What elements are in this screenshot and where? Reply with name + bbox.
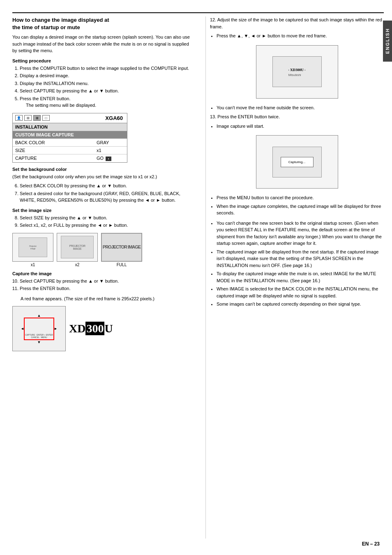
size-value: x1 (94, 147, 127, 154)
info-bullet-2: The captured image will be displayed fro… (217, 249, 384, 269)
bullet-no-move: You can't move the red frame outside the… (217, 104, 384, 111)
size-full-image: PROJECTOR IMAGE (101, 233, 142, 262)
capture-value: GO ▪ (94, 154, 127, 162)
left-column: How to change the image displayed at the… (12, 16, 201, 539)
english-tab: ENGLISH (383, 21, 392, 62)
down-arrow: ▼ (37, 340, 41, 344)
icon-3: ⊞ (33, 115, 41, 121)
size-x2-image: PROJECTORIMAGE (57, 233, 98, 262)
go-icon: ▪ (106, 157, 111, 161)
menu-row-custom-image: CUSTOM IMAGE CAPTURE (13, 131, 127, 139)
right-arrow: ► (54, 327, 58, 331)
back-color-label: BACK COLOR (13, 139, 94, 146)
page-number: EN – 23 (362, 541, 380, 547)
step12-bullet2: You can't move the red frame outside the… (210, 104, 384, 111)
info-bullet-3: To display the captured image while the … (217, 270, 384, 284)
icon-1: 👤 (15, 115, 23, 121)
step-10: Select CAPTURE by pressing the ▲ or ▼ bu… (20, 278, 193, 285)
proj-inner-top: · XD300U · Mitsubishi (272, 56, 322, 87)
step-8: Select SIZE by pressing the ▲ or ▼ butto… (20, 214, 193, 221)
menu-header: 👤 ⊟ ⊞ □ XGA60 (13, 113, 127, 123)
red-frame-inner: CAPTURE : ENTER + ENTERCANCEL : MENU (24, 318, 54, 340)
red-frame-description: A red frame appears. (The size of the re… (12, 295, 193, 302)
xd300u-subtext: Mitsubishi (288, 74, 301, 76)
bullet-move-frame: Press the ▲, ▼, ◄ or ► button to move th… (217, 32, 384, 39)
size-x2-container: PROJECTORIMAGE x2 (57, 233, 98, 267)
step-13-text: 13. Press the ENTER button twice. (210, 113, 384, 120)
step-9: Select x1, x2, or FULL by pressing the ◄… (20, 222, 193, 229)
right-column: 12. Adjust the size of the image to be c… (205, 16, 384, 539)
end-bullets: Press the MENU button to cancel the proc… (210, 194, 384, 216)
step13-bullets: Image capture will start. (210, 123, 384, 130)
full-label: FULL (117, 263, 127, 267)
step-7: Select a desired color for the backgroun… (20, 190, 193, 204)
setting-procedure-steps: Press the COMPUTER button to select the … (12, 65, 193, 109)
image-size-steps: Select SIZE by pressing the ▲ or ▼ butto… (12, 214, 193, 229)
step12-bullets: Press the ▲, ▼, ◄ or ► button to move th… (210, 32, 384, 39)
size-full-container: PROJECTOR IMAGE FULL (101, 233, 142, 267)
size-images: Projectorimage x1 PROJECTORIMAGE x2 (12, 233, 193, 267)
capture-label: CAPTURE (13, 154, 94, 162)
step-4: Select CAPTURE by pressing the ▲ or ▼ bu… (20, 88, 193, 94)
background-color-steps: Select BACK COLOR by pressing the ▲ or ▼… (12, 182, 193, 204)
intro-paragraph: You can display a desired image on the s… (12, 34, 193, 54)
custom-image-label: CUSTOM IMAGE CAPTURE (13, 131, 127, 138)
menu-row-back-color: BACK COLOR GRAY (13, 139, 127, 147)
step-11: Press the ENTER button. (20, 285, 193, 292)
bullet-complete: When the image capture completes, the ca… (217, 203, 384, 216)
menu-row-size: SIZE x1 (13, 147, 127, 154)
step-3: Display the INSTALLATION menu. (20, 80, 193, 87)
full-screen-content: PROJECTOR IMAGE (103, 244, 141, 250)
capturing-text: Capturing... (288, 160, 305, 164)
menu-box: 👤 ⊟ ⊞ □ XGA60 INSTALLATION CUSTOM IMAGE … (12, 113, 127, 163)
x1-screen-content: Projectorimage (29, 245, 36, 250)
size-x1-container: Projectorimage x1 (12, 233, 53, 267)
red-frame-box: ▲ ◄ ► ▼ CAPTURE : ENTER + ENTERCANCEL : … (12, 306, 66, 351)
capture-image-heading: Capture the image (12, 271, 193, 276)
info-bullet-5: Some images can't be captured correctly … (217, 301, 384, 308)
menu-title: XGA60 (105, 115, 125, 121)
xd300u-logo-large: XD300U (69, 322, 113, 335)
capture-area: ▲ ◄ ► ▼ CAPTURE : ENTER + ENTERCANCEL : … (12, 306, 193, 351)
info-bullet-1: You can't change the new screen back to … (217, 220, 384, 247)
x2-label: x2 (75, 263, 80, 267)
x1-label: x1 (31, 263, 35, 267)
proj-image-top: · XD300U · Mitsubishi (210, 42, 384, 102)
icon-2: ⊟ (24, 115, 32, 121)
setting-procedure-heading: Setting procedure (12, 58, 193, 63)
info-bullet-4: When IMAGE is selected for the BACK COLO… (217, 286, 384, 299)
menu-row-capture: CAPTURE GO ▪ (13, 154, 127, 162)
step-6: Select BACK COLOR by pressing the ▲ or ▼… (20, 182, 193, 189)
proj-inner-capturing: Capturing... (272, 147, 322, 177)
size-label: SIZE (13, 147, 94, 154)
capture-instruction-label: CAPTURE : ENTER + ENTERCANCEL : MENU (25, 334, 53, 339)
bullet-cancel: Press the MENU button to cancel the proc… (217, 194, 384, 201)
icon-4: □ (42, 115, 50, 121)
installation-label: INSTALLATION (13, 123, 127, 131)
step-5: Press the ENTER button. The setting menu… (20, 95, 193, 109)
main-title: How to change the image displayed at the… (12, 16, 193, 31)
bullet-capture-start: Image capture will start. (217, 123, 384, 130)
capture-steps: Select CAPTURE by pressing the ▲ or ▼ bu… (12, 278, 193, 292)
menu-row-installation: INSTALLATION (13, 123, 127, 131)
xd300u-small: · XD300U · Mitsubishi (288, 67, 306, 77)
proj-box-top: · XD300U · Mitsubishi (256, 45, 338, 99)
menu-icons: 👤 ⊟ ⊞ □ (15, 115, 50, 121)
xd300u-small-text: · XD300U · (288, 68, 306, 72)
size-x1-image: Projectorimage (12, 233, 53, 262)
step-12-text: 12. Adjust the size of the image to be c… (210, 16, 384, 30)
x2-screen-content: PROJECTORIMAGE (69, 244, 85, 250)
info-bullets: You can't change the new screen back to … (210, 220, 384, 308)
back-color-value: GRAY (94, 139, 127, 146)
page: ENGLISH How to change the image displaye… (0, 0, 392, 555)
capturing-indicator: Capturing... (281, 157, 314, 167)
image-size-heading: Set the image size (12, 208, 193, 213)
background-color-heading: Set the background color (12, 167, 193, 172)
xd300u-highlight: 300 (85, 322, 104, 335)
proj-box-capturing: Capturing... (256, 135, 338, 189)
up-arrow: ▲ (37, 313, 41, 318)
step-1: Press the COMPUTER button to select the … (20, 65, 193, 72)
proj-image-capturing: Capturing... (210, 132, 384, 192)
xd300u-text: XD300U (69, 322, 113, 335)
top-border (12, 12, 384, 13)
